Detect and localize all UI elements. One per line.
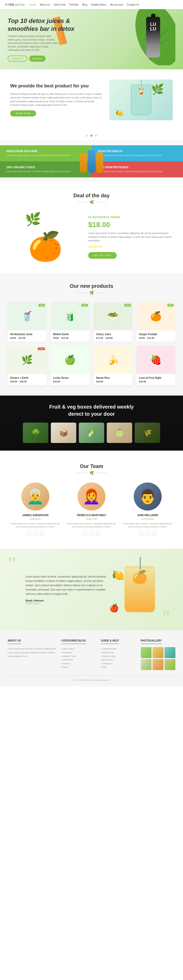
footer-categories-list: Detox Juices Smoothies Organic Foods Hea… [61, 647, 96, 669]
footer-guide-list: Getting Started Delivery Info Returns Po… [101, 647, 136, 669]
footer-cat-2[interactable]: Organic Foods [61, 654, 96, 658]
footer-guide-4[interactable]: Contact Us [101, 662, 136, 665]
buy-now-button[interactable]: Buy Now [29, 56, 46, 62]
nav-home[interactable]: Home [29, 3, 36, 6]
product-card-4[interactable]: SALE 🌿 Greens + Earth £25.00 – £26.00 [8, 346, 47, 385]
gallery-thumb-3[interactable] [164, 647, 175, 658]
team-underline: 🌿 [10, 471, 173, 475]
facebook-icon-2[interactable]: f [139, 531, 144, 536]
nav-detox[interactable]: Detox Hub [54, 3, 66, 6]
hero-section: Top 10 detox juices & smoothies bar in d… [0, 9, 183, 69]
product-card-0[interactable]: NEW 🥤 All Nutrients Jucie £9.00 – £11.00 [8, 302, 47, 342]
product-emoji-7: 🍓 [150, 355, 162, 365]
product-card-2[interactable]: NEW 🥗 Celery Juice £17.00 – £18.00 [93, 302, 133, 342]
product-price-3: £9.00 – £11.00 [139, 337, 173, 339]
footer-guide-2[interactable]: Returns Policy [101, 654, 136, 658]
footer-guide-0[interactable]: Getting Started [101, 647, 136, 651]
product-emoji-0: 🥤 [21, 311, 33, 321]
product-card-3[interactable]: NEW 🍊 Ginger Fireball £9.00 – £11.00 [136, 302, 175, 342]
footer-guide-5[interactable]: FAQ [101, 665, 136, 669]
footer-guide-1[interactable]: Delivery Info [101, 651, 136, 654]
nav-menu[interactable]: Healthy Menu [91, 3, 106, 6]
photo-gallery [141, 647, 175, 670]
dot-1[interactable] [86, 135, 88, 137]
team-avatar-1: 👩‍🦰 [77, 482, 106, 511]
shop-now-button[interactable]: SHOP NOW [10, 110, 36, 116]
nav-portfolio[interactable]: Portfolio [69, 3, 79, 6]
product-card-7[interactable]: 🍓 Love at First Sight £24.00 [136, 346, 175, 385]
product-emoji-5: 🍏 [64, 355, 76, 365]
product-card-1[interactable]: NEW 🧃 Mother Earth £9.00 – £11.00 [50, 302, 90, 342]
delivery-banner: Fruit & veg boxes delivered weeklyderect… [0, 396, 183, 450]
site-logo[interactable]: BTPG DETOX [5, 3, 25, 6]
nav-account[interactable]: My account [110, 3, 123, 6]
section-underline: 🌿 [10, 200, 173, 204]
gallery-thumb-4[interactable] [141, 659, 152, 670]
testimonial-text: Lorem ipsum dolor sit amet, consectetur … [15, 570, 112, 610]
gallery-thumb-5[interactable] [153, 659, 163, 670]
team-desc-1: Lorem ipsum dolor sit amet, consectetur … [66, 522, 117, 528]
provide-desc: Praesent tristique provides all way fin … [10, 92, 102, 107]
deal-content: 🍊 🌿 65 NUTRIENTS INSIDE $18.00 Lorem ips… [10, 212, 173, 263]
product-emoji-6: 🍌 [107, 355, 119, 365]
product-img-7: 🍓 [136, 346, 175, 374]
nav-contact[interactable]: Contact Us [126, 3, 139, 6]
footer-cat-0[interactable]: Detox Juices [61, 647, 96, 651]
team-name-2: SAM WILLIAMS [123, 514, 173, 517]
features-section: FRESH FROM OUR FARM Lorem ipsum dolor si… [0, 140, 183, 183]
dot-2[interactable] [90, 135, 93, 137]
dot-3[interactable] [95, 135, 97, 137]
footer-guide-3[interactable]: My Account [101, 658, 136, 662]
product-price-2: £17.00 – £18.00 [96, 337, 130, 339]
navbar: BTPG DETOX Home About Us Detox Hub Portf… [0, 0, 183, 9]
footer-cat-3[interactable]: Health Tips [61, 658, 96, 662]
instagram-icon-0[interactable]: in [39, 531, 44, 536]
product-img-6: 🍌 [93, 346, 133, 374]
instagram-icon-2[interactable]: in [152, 531, 157, 536]
nav-blog[interactable]: Blog [82, 3, 87, 6]
team-line-right [96, 473, 106, 473]
hero-buttons: Contact Us Buy Now [8, 56, 84, 62]
team-desc-0: Lorem ipsum dolor sit amet, consectetur … [10, 522, 60, 528]
deal-desc: Lorem ipsum dolor sit amet, consectetur … [88, 231, 173, 242]
team-title-2: Juice Master [123, 518, 173, 520]
products-section: Our new products 🌿 NEW 🥤 All Nutrients J… [0, 273, 183, 396]
twitter-icon-2[interactable]: t [145, 531, 150, 536]
facebook-icon-0[interactable]: f [26, 531, 31, 536]
delivery-photo-2: 📦 [51, 423, 76, 443]
product-info-4: Greens + Earth £25.00 – £26.00 [8, 374, 47, 385]
nav-about[interactable]: About Us [39, 3, 50, 6]
delivery-photos: 🌳 📦 🥬 🍈 🌾 [23, 423, 160, 443]
deal-stars: ★★★★★ [88, 245, 173, 248]
team-desc-2: Lorem ipsum dolor sit amet, consectetur … [123, 522, 173, 528]
feature-organic-desc: Lorem ipsum dolor sit amet, consectetur … [6, 170, 85, 173]
gallery-thumb-1[interactable] [141, 647, 152, 658]
footer-cat-5[interactable]: News [61, 665, 96, 669]
products-line-right [96, 292, 106, 293]
product-info-6: Nanas Rice £22.00 [93, 374, 133, 385]
footer-cat-4[interactable]: Recipes [61, 662, 96, 665]
team-title-1: Head Chef [66, 518, 117, 520]
product-emoji-2: 🥗 [107, 311, 119, 321]
footer-guide-title: GUIDE & HELP [101, 639, 119, 644]
product-card-6[interactable]: 🍌 Nanas Rice £22.00 [93, 346, 133, 385]
gallery-thumb-6[interactable] [164, 659, 175, 670]
contact-button[interactable]: Contact Us [8, 56, 27, 62]
gallery-thumb-2[interactable] [153, 647, 163, 658]
product-card-5[interactable]: 🍏 Lucky Seven £22.00 [50, 346, 90, 385]
twitter-icon-0[interactable]: t [33, 531, 38, 536]
team-title-wrap: Our Team 🌿 [10, 463, 173, 475]
testimonial-section: " " Lorem ipsum dolor sit amet, consecte… [0, 549, 183, 630]
footer-about: ABOUT US Lorem ipsum dolor sit amet cons… [8, 638, 56, 670]
twitter-icon-1[interactable]: t [89, 531, 94, 536]
product-name-0: All Nutrients Jucie [10, 333, 44, 336]
team-avatar-0: 👨‍🦳 [21, 482, 49, 511]
facebook-icon-1[interactable]: f [82, 531, 87, 536]
footer-cat-1[interactable]: Smoothies [61, 651, 96, 654]
add-to-cart-button[interactable]: ADD TO CART [88, 252, 117, 259]
product-img-4: SALE 🌿 [8, 346, 47, 374]
instagram-icon-1[interactable]: in [96, 531, 101, 536]
delivery-photo-3: 🥬 [79, 423, 104, 443]
deal-title-wrap: Deal of the day 🌿 [10, 192, 173, 204]
team-line-left [77, 473, 87, 473]
